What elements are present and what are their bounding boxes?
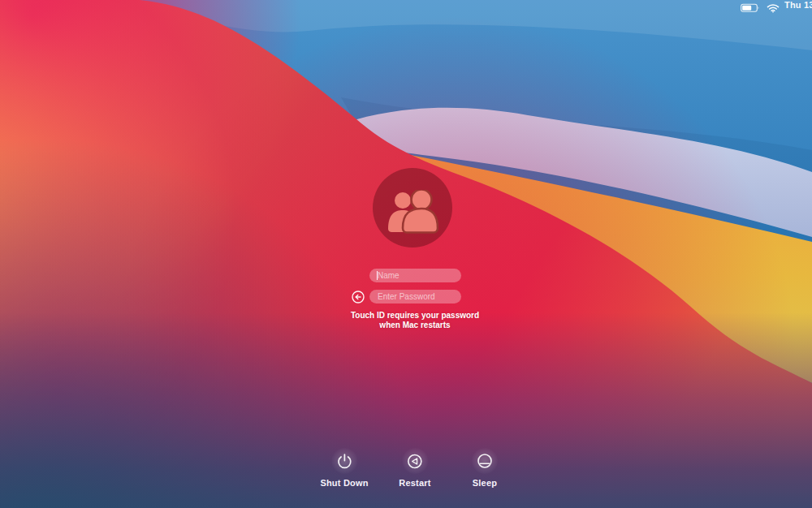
restart-label: Restart [399,478,430,488]
menubar-clock[interactable]: Thu 13 [784,0,812,11]
sleep-label: Sleep [473,478,497,488]
user-avatar[interactable] [373,168,452,248]
shut-down-button[interactable]: Shut Down [320,448,368,488]
macos-login-screen: Thu 13 Touch ID requires your passwo [0,0,812,508]
shut-down-label: Shut Down [320,478,368,488]
password-input[interactable] [369,290,461,304]
sleep-icon [472,448,498,474]
battery-icon[interactable] [741,2,760,16]
name-input[interactable] [369,269,461,282]
restart-button[interactable]: Restart [399,448,430,488]
power-icon [331,448,357,474]
back-arrow-icon [352,291,365,304]
back-arrow-button[interactable] [352,291,365,304]
touch-id-notice: Touch ID requires your password when Mac… [351,311,479,330]
sleep-button[interactable]: Sleep [472,448,498,488]
touch-id-notice-line1: Touch ID requires your password [351,311,479,321]
touch-id-notice-line2: when Mac restarts [351,321,479,330]
restart-icon [402,448,428,474]
wifi-icon[interactable] [767,2,780,16]
big-sur-wallpaper [0,0,812,508]
two-users-silhouette-icon [387,190,438,234]
text-caret [377,271,378,280]
